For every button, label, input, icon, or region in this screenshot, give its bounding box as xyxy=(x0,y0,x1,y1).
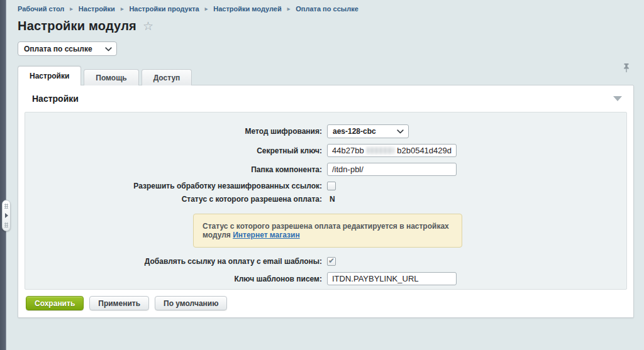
add-link-email-label: Добавлять ссылку на оплату с email шабло… xyxy=(25,257,326,266)
default-button[interactable]: По умолчанию xyxy=(155,296,227,310)
form-row-add-link-email: Добавлять ссылку на оплату с email шабло… xyxy=(25,257,626,266)
tabs-bar: Настройки Помощь Доступ xyxy=(18,66,634,85)
allow-unencrypted-label: Разрешить обработку незашифрованных ссыл… xyxy=(25,182,326,190)
sidebar-toggle[interactable] xyxy=(2,200,11,231)
encryption-label: Метод шифрования: xyxy=(25,127,326,136)
panel-header: Настройки xyxy=(18,85,633,112)
tab-access[interactable]: Доступ xyxy=(142,69,192,85)
secret-key-label: Секретный ключ: xyxy=(25,146,326,155)
module-select[interactable]: Оплата по ссылке xyxy=(18,41,117,56)
form-row-allow-unencrypted: Разрешить обработку незашифрованных ссыл… xyxy=(25,182,626,190)
breadcrumb-separator-icon: ▸ xyxy=(205,6,208,12)
breadcrumb-item-desktop[interactable]: Рабочий стол xyxy=(18,5,64,13)
form-row-encryption: Метод шифрования: aes-128-cbc xyxy=(25,124,626,138)
favorite-star-icon[interactable]: ☆ xyxy=(143,20,153,32)
breadcrumb-separator-icon: ▸ xyxy=(70,6,73,12)
apply-button[interactable]: Применить xyxy=(89,296,149,310)
secret-key-blurred-segment xyxy=(367,147,395,154)
tab-label: Доступ xyxy=(153,74,180,82)
status-allowed-label: Статус с которого разрешена оплата: xyxy=(25,195,326,204)
encryption-method-select[interactable]: aes-128-cbc xyxy=(327,124,409,138)
section-title: Настройки xyxy=(32,94,613,104)
breadcrumb-item-settings[interactable]: Настройки xyxy=(79,5,115,13)
secret-key-visible-end: b2b0541d429d xyxy=(397,146,452,155)
grip-dots-icon xyxy=(4,222,8,227)
tab-label: Помощь xyxy=(96,74,126,82)
form-buttons: Сохранить Применить По умолчанию xyxy=(18,290,633,317)
status-allowed-value: N xyxy=(330,195,335,204)
breadcrumb-separator-icon: ▸ xyxy=(121,6,124,12)
breadcrumb-item-pay-by-link[interactable]: Оплата по ссылке xyxy=(296,5,358,13)
breadcrumb-separator-icon: ▸ xyxy=(287,6,291,12)
form-row-mail-template-key: Ключ шаблонов писем: xyxy=(25,272,626,285)
add-link-email-checkbox[interactable] xyxy=(327,257,336,266)
save-button[interactable]: Сохранить xyxy=(26,296,84,310)
tab-settings[interactable]: Настройки xyxy=(18,66,81,85)
mail-template-key-input[interactable] xyxy=(327,272,457,285)
internet-shop-link[interactable]: Интернет магазин xyxy=(233,231,300,239)
page-title: Настройки модуля xyxy=(18,19,136,33)
allow-unencrypted-checkbox[interactable] xyxy=(327,182,336,190)
settings-panel: Настройки Метод шифрования: aes-128-cbc … xyxy=(18,85,634,318)
collapse-section-arrow-icon[interactable] xyxy=(613,96,622,101)
grip-dots-icon xyxy=(4,204,8,209)
secret-key-visible-start: 44b27bb xyxy=(332,146,364,155)
form-row-status: Статус с которого разрешена оплата: N xyxy=(25,195,626,204)
tab-help[interactable]: Помощь xyxy=(84,69,138,85)
breadcrumb-item-module-settings[interactable]: Настройки модулей xyxy=(213,5,281,13)
main-content: Рабочий стол ▸ Настройки ▸ Настройки про… xyxy=(18,0,634,318)
settings-form: Метод шифрования: aes-128-cbc Секретный … xyxy=(25,112,627,290)
encryption-select-wrap: aes-128-cbc xyxy=(327,124,409,138)
collapsed-sidebar-strip xyxy=(0,0,6,350)
form-row-secret-key: Секретный ключ: 44b27bb b2b0541d429d xyxy=(25,144,626,157)
breadcrumb-item-product-settings[interactable]: Настройки продукта xyxy=(129,5,199,13)
breadcrumb: Рабочий стол ▸ Настройки ▸ Настройки про… xyxy=(18,0,634,13)
notice-box: Статус с которого разрешена оплата редак… xyxy=(193,214,462,248)
module-select-wrap: Оплата по ссылке xyxy=(18,41,117,56)
component-folder-input[interactable] xyxy=(327,163,457,176)
mail-template-key-label: Ключ шаблонов писем: xyxy=(25,275,326,283)
form-row-component-folder: Папка компонента: xyxy=(25,163,626,176)
component-folder-label: Папка компонента: xyxy=(25,165,326,174)
tab-label: Настройки xyxy=(30,72,69,80)
expand-sidebar-arrow-icon xyxy=(5,213,8,218)
secret-key-input[interactable]: 44b27bb b2b0541d429d xyxy=(327,144,457,157)
